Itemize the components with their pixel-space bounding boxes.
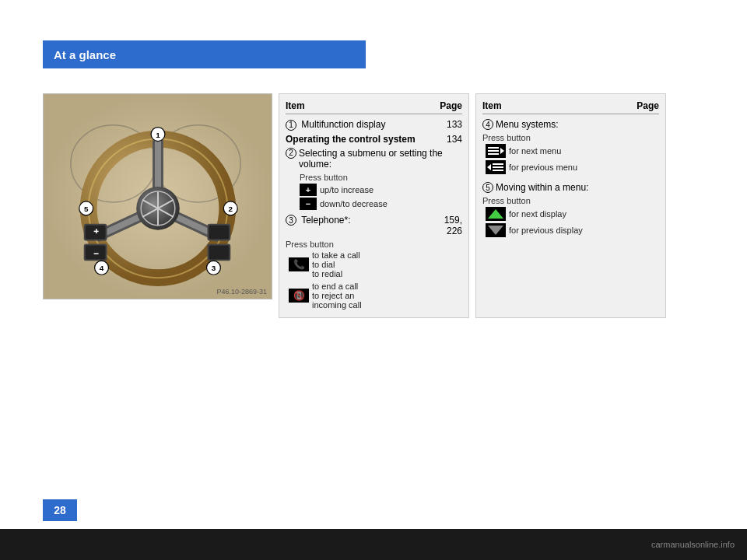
icon-row-prev-display: for previous display: [486, 223, 659, 237]
minus-icon: −: [300, 198, 317, 210]
icon-row-phone-red: 📵 to end a callto reject anincoming call: [289, 282, 462, 310]
item-label-telephone: Telephone*:: [301, 215, 350, 226]
svg-rect-39: [488, 150, 499, 152]
main-content: 1 2 3 4 5 P46.10-2869-31 Item Page 1 Mul…: [43, 93, 666, 318]
item-number-3: 3: [286, 215, 296, 226]
prev-menu-label: for previous menu: [509, 163, 577, 172]
svg-text:3: 3: [212, 264, 216, 272]
next-display-icon: [486, 207, 506, 221]
table1-col2-header: Page: [440, 100, 462, 111]
prev-menu-icon: [486, 160, 506, 174]
image-caption: P46.10-2869-31: [216, 288, 267, 296]
phone-red-icon: 📵: [289, 289, 309, 303]
prev-display-label: for previous display: [509, 226, 583, 235]
bottom-bar: carmanualsonline.info: [0, 529, 747, 560]
page-number: 28: [54, 504, 66, 516]
table2-col2-header: Page: [637, 100, 659, 111]
item-number-5: 5: [482, 182, 493, 193]
svg-text:4: 4: [100, 264, 104, 272]
item-label-selecting: Selecting a submenu or setting the volum…: [299, 148, 462, 170]
svg-rect-43: [493, 163, 503, 165]
table-row: 3 Telephone*: 159,226: [286, 215, 462, 236]
header-bar: At a glance: [43, 40, 366, 68]
item-number-4: 4: [482, 119, 493, 130]
up-increase-label: up/to increase: [320, 185, 374, 194]
table-row: 4 Menu systems:: [482, 119, 659, 130]
svg-rect-38: [488, 147, 499, 149]
svg-text:1: 1: [156, 131, 160, 139]
next-menu-icon: [486, 144, 506, 158]
table1: Item Page 1 Multifunction display 133 Op…: [279, 93, 469, 318]
svg-rect-40: [488, 153, 499, 155]
press-button-label-3: Press button: [482, 133, 659, 142]
icon-row-prev-menu: for previous menu: [486, 160, 659, 174]
item-label-moving: Moving within a menu:: [496, 182, 588, 193]
table2: Item Page 4 Menu systems: Press button f…: [475, 93, 666, 318]
table2-header: Item Page: [482, 100, 659, 114]
svg-rect-24: [209, 226, 229, 240]
down-decrease-label: down/to decrease: [320, 199, 388, 208]
item-number-1: 1: [286, 120, 296, 131]
svg-text:2: 2: [229, 205, 233, 213]
icon-row-minus: − down/to decrease: [300, 198, 462, 210]
svg-rect-44: [493, 166, 503, 168]
svg-rect-17: [86, 226, 106, 240]
watermark: carmanualsonline.info: [651, 540, 735, 549]
item-label-menu: Menu systems:: [496, 119, 559, 130]
press-button-label: Press button: [300, 173, 462, 182]
item-page-159: 159,226: [439, 215, 462, 236]
item-number-2: 2: [286, 148, 296, 159]
phone-green-icon: 📞: [289, 257, 309, 271]
svg-text:5: 5: [84, 205, 89, 213]
steering-wheel-svg: 1 2 3 4 5: [44, 94, 272, 299]
item-page-134: 134: [439, 134, 462, 145]
icon-row-next-menu: for next menu: [486, 144, 659, 158]
icon-row-next-display: for next display: [486, 207, 659, 221]
table-row: 2 Selecting a submenu or setting the vol…: [286, 148, 462, 170]
svg-rect-22: [94, 253, 99, 254]
next-display-label: for next display: [509, 209, 566, 219]
table1-header: Item Page: [286, 100, 462, 114]
page-number-badge: 28: [43, 499, 77, 521]
press-button-label-2: Press button: [286, 240, 462, 249]
table-row: 5 Moving within a menu:: [482, 182, 659, 193]
plus-icon: +: [300, 184, 317, 196]
phone-green-labels: to take a callto dialto redial: [312, 250, 360, 278]
page-title: At a glance: [54, 48, 116, 61]
table-row: 1 Multifunction display 133: [286, 119, 462, 131]
item-label-operating: Operating the control system: [286, 134, 416, 145]
svg-rect-19: [96, 229, 96, 233]
svg-rect-21: [86, 246, 106, 260]
item-page-133: 133: [439, 119, 462, 130]
phone-red-labels: to end a callto reject anincoming call: [312, 282, 362, 310]
table-row: Operating the control system 134: [286, 134, 462, 145]
table1-col1-header: Item: [286, 100, 305, 111]
icon-row-plus: + up/to increase: [300, 184, 462, 196]
item-label-multifunction: Multifunction display: [301, 119, 385, 130]
steering-wheel-image: 1 2 3 4 5 P46.10-2869-31: [43, 93, 272, 299]
press-button-label-4: Press button: [482, 196, 659, 205]
icon-row-phone-green: 📞 to take a callto dialto redial: [289, 250, 462, 278]
table2-col1-header: Item: [482, 100, 502, 111]
svg-rect-45: [493, 170, 503, 171]
svg-rect-26: [209, 246, 229, 260]
prev-display-icon: [486, 223, 506, 237]
next-menu-label: for next menu: [509, 146, 561, 156]
